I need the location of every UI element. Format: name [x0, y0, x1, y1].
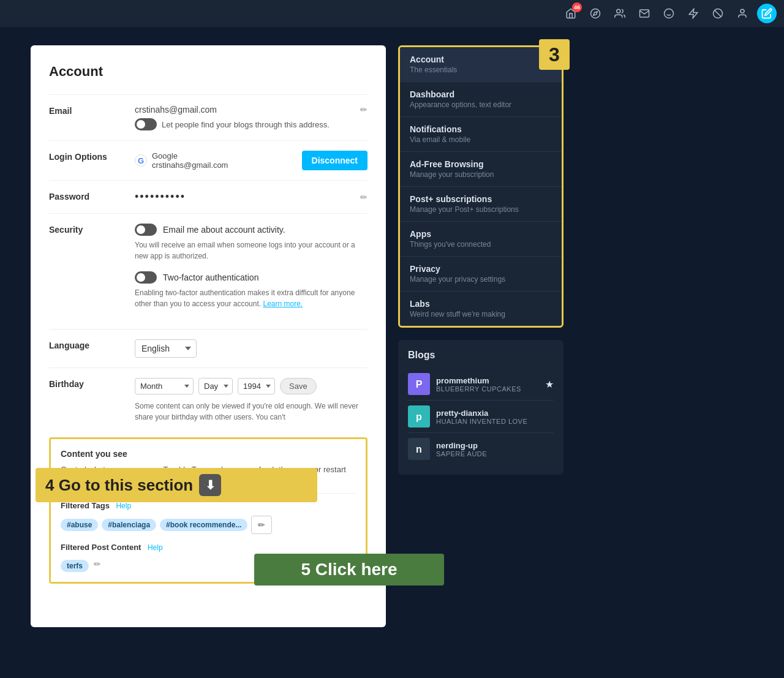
compass-icon[interactable]	[586, 4, 605, 23]
login-content: G Google crstinahs@gmail.com Disconnect	[135, 151, 368, 170]
blog-name-pretty-dianxia: pretty-dianxia	[436, 409, 554, 418]
filtered-post-label: Filtered Post Content	[61, 543, 141, 552]
svg-text:n: n	[416, 444, 422, 454]
password-value-row: •••••••••• ✏	[135, 190, 368, 203]
google-info: G Google crstinahs@gmail.com	[135, 151, 228, 170]
learn-more-link[interactable]: Learn more.	[263, 299, 303, 308]
blog-item-pretty-dianxia[interactable]: p pretty-dianxia HUALIAN INVENTED LOVE	[408, 401, 554, 433]
menu-item-privacy[interactable]: Privacy Manage your privacy settings	[400, 257, 562, 292]
right-sidebar: Account The essentials Dashboard Appeara…	[398, 45, 564, 627]
account-menu-wrapper: Account The essentials Dashboard Appeara…	[398, 45, 564, 328]
save-birthday-button[interactable]: Save	[280, 378, 317, 394]
menu-item-privacy-title: Privacy	[410, 264, 552, 274]
menu-item-labs-title: Labs	[410, 299, 552, 309]
email-content: crstinahs@gmail.com ✏ Let people find yo…	[135, 105, 368, 130]
click-here-text: 5 Click here	[301, 560, 397, 579]
menu-item-account-subtitle: The essentials	[410, 66, 552, 74]
blog-avatar-prommethium: P	[408, 373, 430, 395]
email-toggle[interactable]	[135, 118, 157, 130]
google-row: G Google crstinahs@gmail.com Disconnect	[135, 151, 368, 170]
password-edit-icon[interactable]: ✏	[360, 192, 368, 202]
google-provider: Google	[152, 151, 228, 160]
svg-line-8	[715, 10, 722, 17]
email-toggle-text: Let people find your blogs through this …	[162, 120, 330, 129]
content-header-row: Content you see	[61, 449, 356, 459]
blog-item-nerding-up[interactable]: n nerding-up Sapere Aude	[408, 433, 554, 465]
svg-text:p: p	[416, 412, 422, 422]
go-to-section-banner: 4 Go to this section ⬇	[36, 468, 317, 502]
activity-toggle[interactable]	[135, 224, 157, 236]
menu-item-dashboard[interactable]: Dashboard Appearance options, text edito…	[400, 82, 562, 117]
mail-icon[interactable]	[635, 4, 654, 23]
menu-item-account-title: Account	[410, 55, 552, 64]
home-icon[interactable]: 46	[561, 4, 581, 23]
svg-marker-6	[689, 9, 698, 18]
menu-item-labs[interactable]: Labs Weird new stuff we're making	[400, 292, 562, 326]
google-icon: G	[135, 154, 147, 167]
birthday-row: Birthday Month JanuaryFebruaryMarch Apri…	[49, 367, 368, 432]
2fa-toggle-text: Two-factor authentication	[163, 273, 258, 282]
person-icon[interactable]	[733, 4, 752, 23]
filtered-tags-help-link[interactable]: Help	[116, 502, 131, 510]
menu-item-dashboard-subtitle: Appearance options, text editor	[410, 100, 552, 109]
blog-avatar-nerding-up: n	[408, 438, 430, 460]
blog-item-prommethium[interactable]: P prommethium Blueberry cupcakes ★	[408, 368, 554, 401]
password-row: Password •••••••••• ✏	[49, 180, 368, 213]
top-nav: 46	[0, 0, 784, 27]
security-item-1: Email me about account activity. You wil…	[135, 224, 368, 262]
security-toggle-row-2: Two-factor authentication	[135, 271, 368, 284]
email-edit-icon[interactable]: ✏	[360, 105, 368, 115]
lightning-icon[interactable]	[684, 4, 703, 23]
year-select[interactable]: 1994	[238, 378, 275, 394]
security-toggle-row-1: Email me about account activity.	[135, 224, 368, 236]
blog-name-prommethium: prommethium	[436, 376, 539, 385]
email-value-row: crstinahs@gmail.com ✏	[135, 105, 368, 115]
language-label: Language	[49, 339, 135, 350]
tags-row: #abuse #balenciaga #book recommende... ✏	[61, 516, 356, 534]
login-options-row: Login Options G Google crstinahs@gmail.c…	[49, 140, 368, 180]
menu-item-account[interactable]: Account The essentials	[400, 47, 562, 82]
activity-toggle-text: Email me about account activity.	[163, 225, 285, 235]
disconnect-button[interactable]: Disconnect	[302, 151, 368, 170]
click-here-overlay: 5 Click here	[254, 554, 444, 586]
blog-info-pretty-dianxia: pretty-dianxia HUALIAN INVENTED LOVE	[436, 409, 554, 425]
month-select[interactable]: Month JanuaryFebruaryMarch AprilMayJune …	[135, 378, 194, 394]
tags-edit-button[interactable]: ✏	[251, 516, 272, 534]
forbidden-icon[interactable]	[708, 4, 728, 23]
tag-abuse: #abuse	[61, 519, 98, 531]
account-menu-box: Account The essentials Dashboard Appeara…	[398, 45, 564, 328]
post-tag-edit-icon[interactable]: ✏	[94, 559, 101, 569]
blog-star-prommethium[interactable]: ★	[545, 379, 554, 390]
birthday-desc: Some content can only be viewed if you'r…	[135, 401, 368, 423]
svg-point-3	[665, 9, 674, 18]
edit-icon[interactable]	[757, 4, 777, 23]
blogs-title: Blogs	[408, 350, 554, 361]
security-label: Security	[49, 224, 135, 235]
svg-marker-1	[594, 12, 597, 15]
menu-item-notifications-title: Notifications	[410, 124, 552, 134]
menu-item-labs-subtitle: Weird new stuff we're making	[410, 310, 552, 318]
birthday-content: Month JanuaryFebruaryMarch AprilMayJune …	[135, 378, 368, 423]
menu-item-adfree[interactable]: Ad-Free Browsing Manage your subscriptio…	[400, 152, 562, 187]
menu-item-apps-title: Apps	[410, 229, 552, 239]
security-row: Security Email me about account activity…	[49, 213, 368, 329]
blog-info-nerding-up: nerding-up Sapere Aude	[436, 441, 554, 458]
emoji-icon[interactable]	[659, 4, 679, 23]
filtered-post-help-link[interactable]: Help	[148, 543, 163, 552]
language-content: English Spanish French German Japanese	[135, 339, 368, 358]
menu-item-notifications[interactable]: Notifications Via email & mobile	[400, 117, 562, 152]
2fa-toggle[interactable]	[135, 271, 157, 284]
login-label: Login Options	[49, 151, 135, 162]
security-content: Email me about account activity. You wil…	[135, 224, 368, 319]
svg-text:P: P	[416, 379, 423, 390]
community-icon[interactable]	[610, 4, 630, 23]
account-panel: Account Email crstinahs@gmail.com ✏ Let …	[31, 45, 386, 627]
day-select[interactable]: Day	[198, 378, 233, 394]
language-select[interactable]: English Spanish French German Japanese	[135, 339, 197, 358]
menu-item-apps-subtitle: Things you've connected	[410, 240, 552, 249]
birthday-label: Birthday	[49, 378, 135, 389]
menu-item-apps[interactable]: Apps Things you've connected	[400, 222, 562, 257]
menu-item-postplus[interactable]: Post+ subscriptions Manage your Post+ su…	[400, 187, 562, 222]
menu-item-privacy-subtitle: Manage your privacy settings	[410, 275, 552, 284]
password-content: •••••••••• ✏	[135, 190, 368, 203]
